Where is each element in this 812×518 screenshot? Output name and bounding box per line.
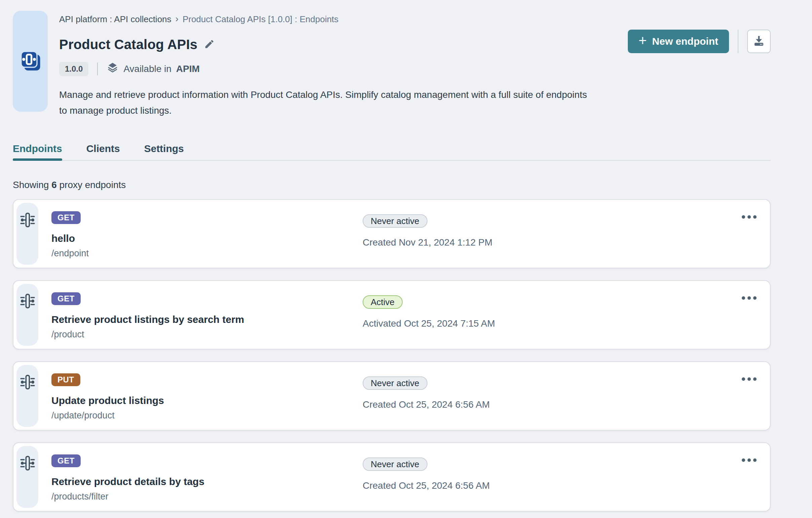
endpoint-name: Update product listings [51,395,164,406]
endpoint-path: /product [51,329,244,340]
title-row: Product Catalog APIs [59,37,628,52]
card-status: Never active Created Oct 25, 2024 6:56 A… [362,376,490,410]
status-timestamp: Created Oct 25, 2024 6:56 AM [362,480,490,491]
card-rail [17,203,38,265]
status-timestamp: Created Nov 21, 2024 1:12 PM [362,237,492,248]
new-endpoint-button[interactable]: + New endpoint [628,30,729,53]
more-options-button[interactable] [740,457,759,464]
tab-clients[interactable]: Clients [86,143,120,160]
summary-prefix: Showing [13,180,49,190]
export-download-button[interactable] [747,30,771,53]
endpoint-name: Retrieve product details by tags [51,476,204,487]
endpoint-list: GET hello /endpoint Never active Created… [13,199,771,512]
endpoint-path: /products/filter [51,491,204,502]
status-badge: Never active [362,214,428,228]
availability-prefix: Available in [123,63,171,74]
proxy-endpoint-icon [19,293,36,311]
summary-count: 6 [51,180,57,190]
tab-bar: Endpoints Clients Settings [13,143,771,161]
card-status: Never active Created Nov 21, 2024 1:12 P… [362,214,492,248]
method-badge: GET [51,455,81,467]
breadcrumb-parent-link[interactable]: API platform : API collections [59,14,171,25]
vertical-divider [97,62,98,75]
endpoint-card[interactable]: PUT Update product listings /update/prod… [13,361,771,431]
status-timestamp: Created Oct 25, 2024 6:56 AM [362,399,490,410]
layers-icon [107,61,119,76]
availability: Available in APIM [107,61,200,76]
endpoint-card[interactable]: GET Retrieve product listings by search … [13,280,771,350]
method-badge: PUT [51,373,80,386]
more-options-button[interactable] [740,213,759,221]
header-main: API platform : API collections › Product… [59,11,628,118]
api-collection-tile [13,11,48,112]
version-badge: 1.0.0 [59,62,88,76]
card-content: PUT Update product listings /update/prod… [51,362,164,430]
new-endpoint-label: New endpoint [652,36,718,47]
method-badge: GET [51,292,81,305]
card-content: GET Retrieve product details by tags /pr… [51,443,204,511]
proxy-endpoint-icon [19,212,36,230]
card-content: GET hello /endpoint [51,200,89,268]
card-rail [17,446,38,508]
card-status: Active Activated Oct 25, 2024 7:15 AM [362,295,495,329]
more-options-button[interactable] [740,294,759,302]
proxy-endpoint-icon [19,374,36,392]
card-status: Never active Created Oct 25, 2024 6:56 A… [362,458,490,491]
card-rail [17,284,38,346]
chevron-right-icon: › [175,14,178,24]
proxy-endpoint-icon [19,455,36,473]
endpoint-card[interactable]: GET hello /endpoint Never active Created… [13,199,771,268]
api-proxy-stack-icon [19,50,41,73]
summary-suffix: proxy endpoints [59,180,126,190]
vertical-divider [738,30,738,53]
availability-target: APIM [176,63,200,74]
endpoint-path: /update/product [51,410,164,421]
endpoint-name: Retrieve product listings by search term [51,314,244,325]
endpoint-card[interactable]: GET Retrieve product details by tags /pr… [13,442,771,512]
edit-title-button[interactable] [204,39,215,51]
status-badge: Active [362,295,403,309]
card-content: GET Retrieve product listings by search … [51,281,244,349]
status-timestamp: Activated Oct 25, 2024 7:15 AM [362,318,495,329]
header-actions: + New endpoint [628,30,771,53]
page: API platform : API collections › Product… [0,0,812,512]
plus-icon: + [639,34,647,48]
status-badge: Never active [362,458,428,471]
endpoint-count-summary: Showing 6 proxy endpoints [13,180,771,190]
tab-settings[interactable]: Settings [144,143,184,160]
page-title: Product Catalog APIs [59,37,197,52]
more-options-button[interactable] [740,375,759,383]
tab-endpoints[interactable]: Endpoints [13,143,62,160]
card-rail [17,365,38,427]
breadcrumb: API platform : API collections › Product… [59,14,628,25]
endpoint-path: /endpoint [51,248,89,259]
download-icon [752,34,765,49]
meta-row: 1.0.0 Available in APIM [59,61,628,76]
method-badge: GET [51,211,81,224]
status-badge: Never active [362,376,428,390]
pencil-icon [204,39,215,51]
breadcrumb-current: Product Catalog APIs [1.0.0] : Endpoints [182,14,339,25]
api-description: Manage and retrieve product information … [59,87,593,118]
endpoint-name: hello [51,233,89,244]
api-header: API platform : API collections › Product… [13,11,771,118]
